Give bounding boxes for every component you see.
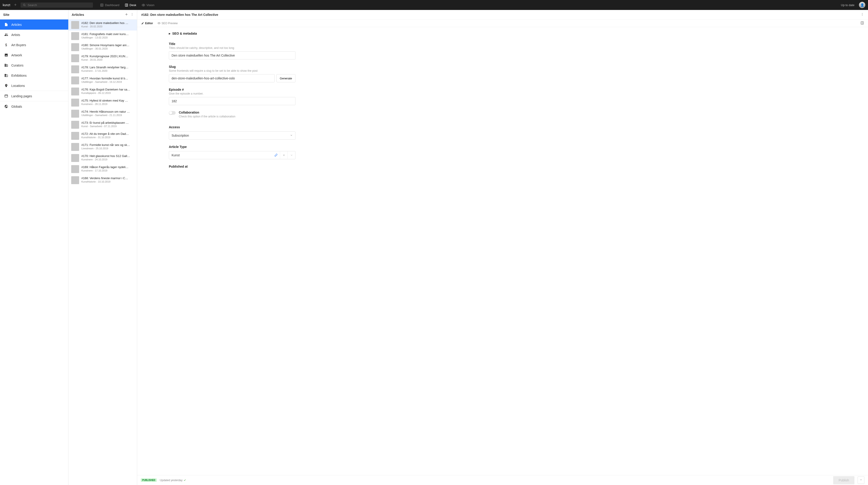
nav-dashboard-label: Dashboard bbox=[105, 3, 119, 7]
article-meta: Kunstnere - 17.10.2019 bbox=[81, 169, 134, 172]
sidebar-item-label: Artists bbox=[11, 33, 20, 37]
episode-help: Give the episode a number. bbox=[169, 92, 296, 95]
article-thumbnail bbox=[71, 77, 79, 84]
sidebar-item-locations[interactable]: Locations bbox=[0, 81, 68, 91]
sidebar-item-label: Landing pages bbox=[11, 94, 32, 98]
svg-point-14 bbox=[132, 14, 132, 15]
sidebar-item-globals[interactable]: Globals bbox=[0, 101, 68, 112]
new-window-button[interactable] bbox=[12, 2, 18, 8]
site-panel-header: Site bbox=[0, 10, 68, 20]
article-thumbnail bbox=[71, 132, 79, 140]
access-select[interactable]: Subscription bbox=[169, 132, 296, 140]
slug-label: Slug bbox=[169, 65, 296, 68]
article-thumbnail bbox=[71, 110, 79, 118]
add-article-button[interactable] bbox=[125, 13, 128, 17]
articles-icon bbox=[4, 23, 8, 26]
sidebar-item-label: Articles bbox=[11, 23, 22, 26]
nav-desk[interactable]: Desk bbox=[123, 2, 138, 8]
sidebar-item-landing-pages[interactable]: Landing pages bbox=[0, 91, 68, 101]
nav-vision[interactable]: Vision bbox=[140, 2, 157, 8]
article-list-item[interactable]: #172: Alt du trenger å vite om Dad…Kunst… bbox=[68, 130, 137, 141]
article-list-item[interactable]: #170: Heit glasskunst hos S12 Gall…Kunst… bbox=[68, 152, 137, 164]
sidebar-item-curators[interactable]: Curators bbox=[0, 60, 68, 70]
sidebar-item-articles[interactable]: Articles bbox=[0, 20, 68, 30]
article-type-reference[interactable]: Kunst bbox=[169, 151, 296, 159]
publish-button[interactable]: Publish bbox=[833, 476, 855, 484]
article-list-item[interactable]: #173: Er kunst på arbeidsplassen …Kunst … bbox=[68, 119, 137, 130]
sidebar-item-artists[interactable]: Artists bbox=[0, 30, 68, 40]
publish-more-button[interactable] bbox=[858, 477, 864, 484]
article-list-item[interactable]: #169: Håkon Fagerås lager nydeli…Kunstne… bbox=[68, 164, 137, 175]
tab-seo-preview[interactable]: SEO Preview bbox=[158, 22, 178, 25]
sidebar-item-art-buyers[interactable]: Art Buyers bbox=[0, 40, 68, 50]
tab-seo-preview-label: SEO Preview bbox=[162, 22, 178, 25]
article-list-item[interactable]: #181: Fotografiets makt over kuns…Utstil… bbox=[68, 31, 137, 41]
article-thumbnail bbox=[71, 98, 79, 107]
article-list-item[interactable]: #168: Verdens fineste marmor i C…Kunsthi… bbox=[68, 175, 137, 186]
generate-button[interactable]: Generate bbox=[276, 74, 296, 82]
title-input[interactable] bbox=[169, 51, 296, 59]
article-thumbnail bbox=[71, 176, 79, 184]
articles-panel-title: Articles bbox=[72, 13, 84, 17]
search-input-container[interactable] bbox=[21, 2, 93, 8]
article-title: #174: Henrik Håkonsson om natur … bbox=[81, 110, 134, 114]
exhibitions-icon bbox=[4, 74, 8, 77]
doc-menu-button[interactable] bbox=[861, 13, 864, 17]
svg-point-15 bbox=[132, 15, 132, 16]
sidebar-item-label: Curators bbox=[11, 63, 24, 67]
check-icon bbox=[184, 479, 186, 481]
article-thumbnail bbox=[71, 21, 79, 29]
article-list-item[interactable]: #177: Hvordan formidle kunst til b…Utsti… bbox=[68, 75, 137, 86]
article-thumbnail bbox=[71, 143, 79, 151]
tab-editor-label: Editor bbox=[145, 22, 153, 25]
nav-desk-label: Desk bbox=[129, 3, 136, 7]
search-input[interactable] bbox=[28, 3, 91, 7]
article-meta: Utstillinger - 30.01.2020 bbox=[81, 47, 134, 50]
link-icon[interactable] bbox=[272, 151, 280, 159]
article-thumbnail bbox=[71, 65, 79, 73]
slug-input[interactable] bbox=[169, 74, 275, 82]
doc-title: #182: Den store maleduellen hos The Art … bbox=[141, 13, 218, 17]
article-list-item[interactable]: #182: Den store maleduellen hos …Kunst -… bbox=[68, 20, 137, 31]
collaboration-toggle[interactable] bbox=[169, 111, 176, 115]
article-thumbnail bbox=[71, 88, 79, 95]
article-list-item[interactable]: #175: Hyllest til streken med Kay …Kunst… bbox=[68, 97, 137, 108]
sidebar-item-artwork[interactable]: Artwork bbox=[0, 50, 68, 60]
article-title: #182: Den store maleduellen hos … bbox=[81, 21, 134, 25]
article-list-item[interactable]: #174: Henrik Håkonsson om natur …Utstill… bbox=[68, 108, 137, 119]
article-title: #180: Simone Hooymans lager ani… bbox=[81, 43, 134, 47]
article-thumbnail bbox=[71, 154, 79, 162]
article-list-item[interactable]: #176: Kaja Bogsti Danielsen har sa…Kunst… bbox=[68, 86, 137, 97]
nav-dashboard[interactable]: Dashboard bbox=[98, 2, 122, 8]
sync-status: Up to date bbox=[841, 3, 855, 7]
article-title: #168: Verdens fineste marmor i C… bbox=[81, 176, 134, 180]
article-list-item[interactable]: #180: Simone Hooymans lager ani…Utstilli… bbox=[68, 41, 137, 53]
svg-line-3 bbox=[25, 5, 25, 6]
article-list-item[interactable]: #178: Lars Strandh rendyrker farg…Kunstn… bbox=[68, 64, 137, 75]
sidebar-item-exhibitions[interactable]: Exhibitions bbox=[0, 70, 68, 81]
status-badge: PUBLISHED bbox=[141, 479, 157, 482]
tab-editor[interactable]: Editor bbox=[141, 22, 153, 25]
article-list-item[interactable]: #179: Kunstprognose 2020 | KUN…Kunst - 2… bbox=[68, 53, 137, 64]
split-view-button[interactable] bbox=[861, 21, 864, 25]
articles-menu-button[interactable] bbox=[130, 13, 134, 17]
article-meta: Kunstnere - 17.01.2020 bbox=[81, 69, 134, 72]
seo-metadata-toggle[interactable]: ▸ SEO & metadata bbox=[169, 32, 296, 35]
svg-point-17 bbox=[862, 14, 863, 15]
article-title: #176: Kaja Bogsti Danielsen har sa… bbox=[81, 88, 134, 92]
svg-point-18 bbox=[862, 15, 863, 16]
clear-reference-button[interactable] bbox=[280, 151, 287, 159]
access-label: Access bbox=[169, 125, 296, 129]
episode-input[interactable] bbox=[169, 97, 296, 105]
slug-help: Some frontends will require a slug to be… bbox=[169, 69, 296, 73]
article-list-item[interactable]: #171: Formidle kunst når sex og sk…Lives… bbox=[68, 141, 137, 152]
article-meta: Kunst - Samarbeid - 07.11.2019 bbox=[81, 125, 134, 127]
article-meta: Kunstnere - 24.10.2019 bbox=[81, 158, 134, 161]
title-help: Titles should be catchy, descriptive, an… bbox=[169, 46, 296, 50]
locations-icon bbox=[4, 84, 8, 88]
article-thumbnail bbox=[71, 43, 79, 51]
article-type-value: Kunst bbox=[169, 151, 272, 159]
user-avatar[interactable]: 👤 bbox=[859, 2, 865, 8]
desk-icon bbox=[125, 3, 128, 7]
reference-dropdown-button[interactable] bbox=[287, 151, 295, 159]
